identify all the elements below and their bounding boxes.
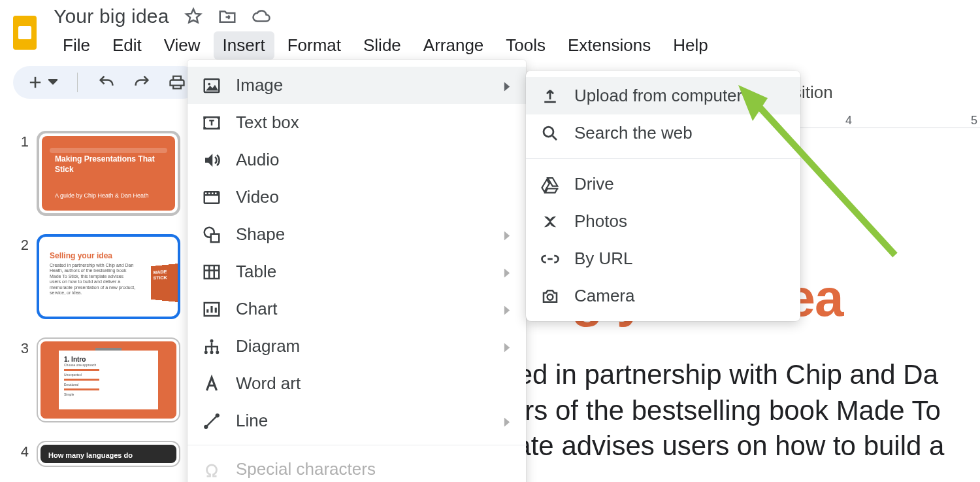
menu-format[interactable]: Format: [278, 31, 350, 60]
svg-rect-8: [218, 116, 220, 119]
insert-special-characters[interactable]: Special characters: [188, 451, 526, 482]
undo-icon[interactable]: [97, 73, 116, 92]
svg-rect-9: [204, 127, 206, 129]
svg-rect-3: [18, 27, 31, 37]
svg-point-17: [204, 351, 208, 354]
titlebar: Your big idea File Edit View Insert Form…: [0, 0, 980, 60]
video-icon: [202, 188, 221, 207]
insert-image[interactable]: Image: [188, 67, 526, 104]
search-icon: [540, 124, 560, 143]
svg-rect-13: [211, 233, 220, 242]
insert-audio[interactable]: Audio: [188, 141, 526, 179]
submenu-arrow-icon: [502, 299, 512, 319]
photos-icon: [540, 212, 560, 232]
svg-point-16: [210, 339, 214, 342]
image-search-web[interactable]: Search the web: [526, 114, 800, 152]
submenu-arrow-icon: [502, 224, 512, 245]
image-upload-from-computer[interactable]: Upload from computer: [526, 77, 800, 114]
svg-point-25: [547, 294, 553, 300]
slide-thumbnail-1[interactable]: 1 Making Presentations That StickA guide…: [20, 131, 189, 216]
drive-icon: [540, 175, 560, 194]
slide-panel[interactable]: 1 Making Presentations That StickA guide…: [0, 118, 196, 482]
insert-table[interactable]: Table: [188, 253, 526, 290]
table-icon: [202, 262, 221, 282]
menu-divider: [188, 445, 526, 445]
audio-icon: [202, 150, 221, 170]
chart-icon: [202, 300, 221, 319]
new-slide-button[interactable]: [26, 73, 57, 92]
wordart-icon: [202, 374, 221, 394]
menu-slide[interactable]: Slide: [354, 31, 410, 60]
textbox-icon: [202, 113, 221, 133]
move-folder-icon[interactable]: [218, 7, 237, 26]
svg-point-19: [216, 351, 219, 354]
submenu-arrow-icon: [502, 411, 512, 431]
star-icon[interactable]: [184, 7, 203, 26]
link-icon: [540, 249, 560, 269]
svg-rect-7: [204, 116, 206, 119]
menu-divider: [526, 158, 800, 159]
slide-thumbnail-4[interactable]: 4 How many languages do: [20, 441, 189, 467]
svg-rect-10: [218, 127, 220, 129]
image-camera[interactable]: Camera: [526, 277, 800, 315]
svg-point-5: [208, 82, 210, 85]
image-drive[interactable]: Drive: [526, 165, 800, 203]
insert-menu-dropdown: Image Text box Audio Video Shape Table C…: [188, 60, 526, 482]
slide-body-text[interactable]: ted in partnership with Chip and Da ors …: [510, 357, 980, 464]
camera-icon: [540, 286, 560, 306]
insert-chart[interactable]: Chart: [188, 290, 526, 328]
menu-tools[interactable]: Tools: [497, 31, 555, 60]
menu-arrange[interactable]: Arrange: [414, 31, 493, 60]
slide-thumbnail-2[interactable]: 2 Selling your ideaCreated in partnershi…: [20, 234, 189, 319]
insert-video[interactable]: Video: [188, 179, 526, 216]
menubar: File Edit View Insert Format Slide Arran…: [54, 31, 717, 60]
image-submenu: Upload from computer Search the web Driv…: [526, 71, 800, 321]
slide-thumbnail-3[interactable]: 3 1. IntroChoose one approachUnexpectedE…: [20, 337, 189, 422]
line-icon: [202, 411, 221, 431]
insert-diagram[interactable]: Diagram: [188, 328, 526, 365]
chevron-down-icon: [48, 78, 57, 87]
insert-line[interactable]: Line: [188, 402, 526, 439]
svg-point-24: [544, 127, 553, 137]
insert-textbox[interactable]: Text box: [188, 104, 526, 141]
menu-edit[interactable]: Edit: [103, 31, 151, 60]
insert-wordart[interactable]: Word art: [188, 365, 526, 402]
document-title[interactable]: Your big idea: [54, 5, 169, 27]
redo-icon[interactable]: [133, 73, 151, 92]
menu-file[interactable]: File: [54, 31, 99, 60]
slides-logo[interactable]: [9, 14, 41, 52]
cloud-status-icon[interactable]: [252, 7, 271, 26]
svg-point-18: [210, 351, 214, 354]
menu-help[interactable]: Help: [664, 31, 717, 60]
shape-icon: [202, 225, 221, 245]
upload-icon: [540, 86, 560, 106]
toolbar-divider: [77, 73, 78, 92]
submenu-arrow-icon: [502, 336, 512, 356]
submenu-arrow-icon: [502, 262, 512, 282]
menu-insert[interactable]: Insert: [214, 31, 274, 60]
insert-shape[interactable]: Shape: [188, 216, 526, 253]
print-icon[interactable]: [168, 73, 186, 92]
diagram-icon: [202, 337, 221, 356]
menu-view[interactable]: View: [155, 31, 210, 60]
menu-extensions[interactable]: Extensions: [559, 31, 660, 60]
image-photos[interactable]: Photos: [526, 203, 800, 240]
svg-rect-14: [204, 266, 220, 279]
plus-icon: [26, 73, 44, 92]
submenu-arrow-icon: [502, 75, 512, 95]
omega-icon: [202, 460, 221, 479]
image-icon: [202, 76, 221, 95]
image-by-url[interactable]: By URL: [526, 240, 800, 277]
